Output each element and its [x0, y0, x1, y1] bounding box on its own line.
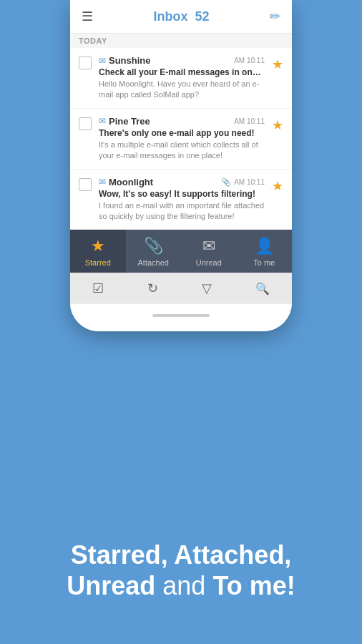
phone-device: ☰ Inbox 52 ✏ TODAY ✉ Sunshine AM 10:11 C…	[70, 0, 292, 331]
title-text: Inbox	[153, 9, 187, 24]
email-subject-2: There's only one e-mail app you need!	[99, 128, 265, 138]
tab-starred[interactable]: ★ Starred	[70, 230, 126, 273]
email-time-2: AM 10:11	[234, 117, 265, 125]
star-button-3[interactable]: ★	[272, 178, 283, 194]
marketing-text: Starred, Attached, Unread and To me!	[0, 540, 362, 601]
action-bar: ☑ ↻ ▽ 🔍	[70, 273, 292, 303]
email-body-3: ✉ Moonlight 📎 AM 10:11 Wow, It's so easy…	[99, 177, 265, 223]
email-checkbox-2[interactable]	[79, 117, 92, 130]
tab-bar: ★ Starred 📎 Attached ✉ Unread 👤 To me	[70, 230, 292, 273]
edit-icon[interactable]: ✏	[270, 9, 280, 24]
list-item[interactable]: ✉ Moonlight 📎 AM 10:11 Wow, It's so easy…	[70, 170, 292, 230]
email-checkbox-1[interactable]	[79, 57, 92, 69]
menu-icon[interactable]: ☰	[82, 9, 93, 24]
email-body-2: ✉ Pine Tree AM 10:11 There's only one e-…	[99, 116, 265, 162]
section-today: TODAY	[70, 34, 292, 48]
top-bar: ☰ Inbox 52 ✏	[70, 0, 292, 34]
email-checkbox-3[interactable]	[79, 178, 92, 191]
email-icon-2: ✉	[99, 116, 106, 126]
inbox-count-badge: 52	[195, 9, 209, 24]
filter-icon[interactable]: ▽	[202, 280, 212, 296]
clip-tab-icon: 📎	[144, 237, 163, 255]
email-body-1: ✉ Sunshine AM 10:11 Check all your E-mai…	[99, 55, 265, 101]
tab-attached[interactable]: 📎 Attached	[126, 230, 182, 273]
home-area	[70, 303, 292, 331]
attachment-icon-3: 📎	[221, 177, 231, 187]
email-time-1: AM 10:11	[234, 57, 265, 64]
star-tab-icon: ★	[91, 237, 105, 255]
home-bar	[152, 314, 210, 317]
marketing-text-and: and	[155, 571, 212, 600]
tab-to-me[interactable]: 👤 To me	[237, 230, 293, 273]
star-button-1[interactable]: ★	[272, 57, 283, 72]
tab-starred-label: Starred	[85, 258, 111, 267]
page-title: Inbox 52	[153, 9, 209, 24]
sender-name-3: Moonlight	[109, 177, 218, 187]
marketing-text-unread: Unread	[67, 571, 155, 600]
email-subject-3: Wow, It's so easy! It supports filtering…	[99, 189, 265, 199]
email-subject-1: Check all your E-mail messages in one ap…	[99, 67, 265, 77]
email-preview-3: I found an e-mail with an important file…	[99, 200, 265, 223]
email-preview-1: Hello Moonlight. Have you ever heard of …	[99, 79, 265, 101]
email-list: ✉ Sunshine AM 10:11 Check all your E-mai…	[70, 48, 292, 230]
star-button-2[interactable]: ★	[272, 117, 283, 133]
search-icon[interactable]: 🔍	[255, 282, 270, 296]
list-item[interactable]: ✉ Sunshine AM 10:11 Check all your E-mai…	[70, 48, 292, 109]
sender-name-1: Sunshine	[109, 55, 231, 66]
marketing-line-1: Starred, Attached,	[29, 540, 333, 570]
refresh-icon[interactable]: ↻	[147, 280, 158, 296]
tab-unread-label: Unread	[196, 258, 222, 267]
tab-to-me-label: To me	[253, 258, 275, 267]
select-all-icon[interactable]: ☑	[92, 280, 104, 296]
tab-unread[interactable]: ✉ Unread	[181, 230, 237, 273]
today-label: TODAY	[79, 36, 107, 45]
mail-tab-icon: ✉	[202, 237, 215, 255]
sender-name-2: Pine Tree	[109, 116, 231, 127]
list-item[interactable]: ✉ Pine Tree AM 10:11 There's only one e-…	[70, 109, 292, 170]
marketing-line-2: Unread and To me!	[29, 570, 333, 601]
marketing-text-line1: Starred, Attached,	[71, 540, 292, 570]
person-tab-icon: 👤	[255, 237, 274, 255]
tab-attached-label: Attached	[138, 258, 169, 267]
email-icon-1: ✉	[99, 56, 106, 66]
email-time-3: AM 10:11	[234, 178, 265, 186]
email-icon-3: ✉	[99, 177, 106, 187]
email-preview-2: It's a multiple e-mail client which coll…	[99, 140, 265, 162]
marketing-text-tome: To me!	[212, 571, 295, 600]
